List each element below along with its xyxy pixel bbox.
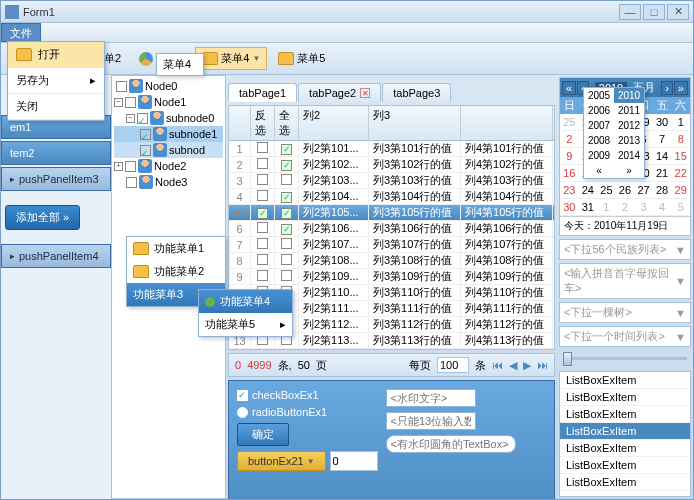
cal-day[interactable]: 1 (597, 199, 616, 216)
ok-button[interactable]: 确定 (237, 423, 289, 446)
col-2[interactable]: 列2 (299, 106, 369, 140)
tab-1[interactable]: tabPage1 (228, 83, 297, 102)
tree-checkbox[interactable] (140, 145, 151, 156)
watermark-input-1[interactable] (386, 389, 476, 407)
tree-checkbox[interactable] (125, 161, 136, 172)
tree-checkbox[interactable] (137, 113, 148, 124)
cal-day[interactable]: 7 (653, 131, 672, 148)
menu-file[interactable]: 文件 (1, 23, 41, 42)
table-row[interactable]: ▶5列2第105...列3第105行的值列4第105行的值 (229, 205, 554, 221)
list-item[interactable]: ListBoxExItem (560, 474, 690, 491)
cal-day[interactable]: 2 (560, 131, 579, 148)
cal-day[interactable]: 30 (560, 199, 579, 216)
cal-day[interactable]: 23 (560, 182, 579, 199)
year-option[interactable]: 2008 (584, 133, 614, 148)
push-item-4[interactable]: ▸pushPanelItem4 (1, 244, 111, 268)
cal-first[interactable]: « (562, 81, 576, 95)
cal-day[interactable]: 28 (653, 182, 672, 199)
table-row[interactable]: 3列2第103...列3第103行的值列4第103行的值 (229, 173, 554, 189)
table-row[interactable]: 6列2第106...列3第106行的值列4第106行的值 (229, 221, 554, 237)
tree-label[interactable]: Node2 (154, 160, 186, 172)
cal-day[interactable]: 27 (634, 182, 653, 199)
pager-last[interactable]: ⏭ (537, 359, 548, 371)
cal-day[interactable]: 21 (653, 165, 672, 182)
minimize-button[interactable]: — (619, 4, 641, 20)
tab-2[interactable]: tabPage2✕ (298, 83, 381, 102)
tree-collapse-icon[interactable]: − (126, 114, 135, 123)
table-row[interactable]: 4列2第104...列3第104行的值列4第104行的值 (229, 189, 554, 205)
cal-today[interactable]: 今天：2010年11月19日 (560, 216, 690, 235)
toolbar-menu5[interactable]: 菜单5 (271, 47, 332, 70)
tree-label[interactable]: Node1 (154, 96, 186, 108)
tree-checkbox[interactable] (126, 177, 137, 188)
table-row[interactable]: 2列2第102...列3第102行的值列4第102行的值 (229, 157, 554, 173)
toolbar-menu4[interactable]: 菜单4▼ (195, 47, 267, 70)
year-option[interactable]: 2014 (614, 148, 644, 163)
push-item-3[interactable]: ▸pushPanelItem3 (1, 167, 111, 191)
cal-day[interactable]: 14 (653, 148, 672, 165)
tree-label[interactable]: subnode1 (169, 128, 217, 140)
tab-close-icon[interactable]: ✕ (360, 88, 370, 98)
number-input[interactable] (330, 451, 378, 471)
cal-day[interactable]: 24 (579, 182, 598, 199)
tab-3[interactable]: tabPage3 (382, 83, 451, 102)
tree-collapse-icon[interactable]: − (114, 98, 123, 107)
combo-time[interactable]: <下拉一个时间列表>▼ (559, 326, 691, 347)
col-invert[interactable]: 反选 (251, 106, 275, 140)
table-row[interactable]: 8列2第108...列3第108行的值列4第108行的值 (229, 253, 554, 269)
close-button[interactable]: ✕ (667, 4, 689, 20)
year-option[interactable]: 2012 (614, 118, 644, 133)
cal-day[interactable]: 22 (671, 165, 690, 182)
cal-day[interactable]: 29 (671, 182, 690, 199)
tree-checkbox[interactable] (125, 97, 136, 108)
push-item-2[interactable]: tem2 (1, 141, 111, 165)
pager-first[interactable]: ⏮ (492, 359, 503, 371)
add-all-button[interactable]: 添加全部 » (5, 205, 80, 230)
cal-day[interactable]: 25 (560, 114, 579, 131)
table-row[interactable]: 9列2第109...列3第109行的值列4第109行的值 (229, 269, 554, 285)
list-item[interactable]: ListBoxExItem (560, 423, 690, 440)
list-item[interactable]: ListBoxExItem (560, 389, 690, 406)
cal-day[interactable]: 26 (616, 182, 635, 199)
pager-next[interactable]: ▶ (523, 359, 531, 372)
tree-label[interactable]: subnode0 (166, 112, 214, 124)
table-row[interactable]: 1列2第101...列3第101行的值列4第101行的值 (229, 141, 554, 157)
listbox[interactable]: ListBoxExItemListBoxExItemListBoxExItemL… (559, 371, 691, 497)
per-page-input[interactable] (437, 357, 469, 373)
radio-ex1[interactable]: radioButtonEx1 (237, 406, 378, 418)
list-item[interactable]: ListBoxExItem (560, 372, 690, 389)
tree-label[interactable]: Node0 (145, 80, 177, 92)
cal-day[interactable]: 16 (560, 165, 579, 182)
list-item[interactable]: ListBoxExItem (560, 440, 690, 457)
combo-tree[interactable]: <下拉一棵树>▼ (559, 302, 691, 323)
cal-day[interactable]: 1 (671, 114, 690, 131)
slider[interactable] (563, 352, 687, 366)
col-3[interactable]: 列3 (369, 106, 461, 140)
cal-day[interactable]: 8 (671, 131, 690, 148)
file-menu-saveas[interactable]: 另存为▸ (8, 68, 104, 94)
year-option[interactable]: 2009 (584, 148, 614, 163)
cal-day[interactable]: 2 (616, 199, 635, 216)
year-next[interactable]: » (614, 163, 644, 178)
year-option[interactable]: 2011 (614, 103, 644, 118)
cal-day[interactable]: 31 (579, 199, 598, 216)
cal-day[interactable]: 25 (597, 182, 616, 199)
tree-checkbox[interactable] (140, 129, 151, 140)
cal-last[interactable]: » (674, 81, 688, 95)
submenu-item[interactable]: 菜单4 (157, 54, 203, 75)
ctx-sub-4[interactable]: 功能菜单4 (199, 290, 292, 313)
year-option[interactable]: 2005 (584, 88, 614, 103)
numeric-13-input[interactable] (386, 412, 476, 430)
file-menu-open[interactable]: 打开 (8, 42, 104, 68)
ctx-menu-1[interactable]: 功能菜单1 (127, 237, 225, 260)
ctx-sub-5[interactable]: 功能菜单5▸ (199, 313, 292, 336)
tree-checkbox[interactable] (116, 81, 127, 92)
cal-day[interactable]: 5 (671, 199, 690, 216)
table-row[interactable]: 7列2第107...列3第107行的值列4第107行的值 (229, 237, 554, 253)
list-item[interactable]: ListBoxExItem (560, 406, 690, 423)
cal-day[interactable]: 4 (653, 199, 672, 216)
maximize-button[interactable]: □ (643, 4, 665, 20)
cal-day[interactable]: 3 (634, 199, 653, 216)
cal-next[interactable]: › (661, 81, 673, 95)
tree-label[interactable]: subnod (169, 144, 205, 156)
